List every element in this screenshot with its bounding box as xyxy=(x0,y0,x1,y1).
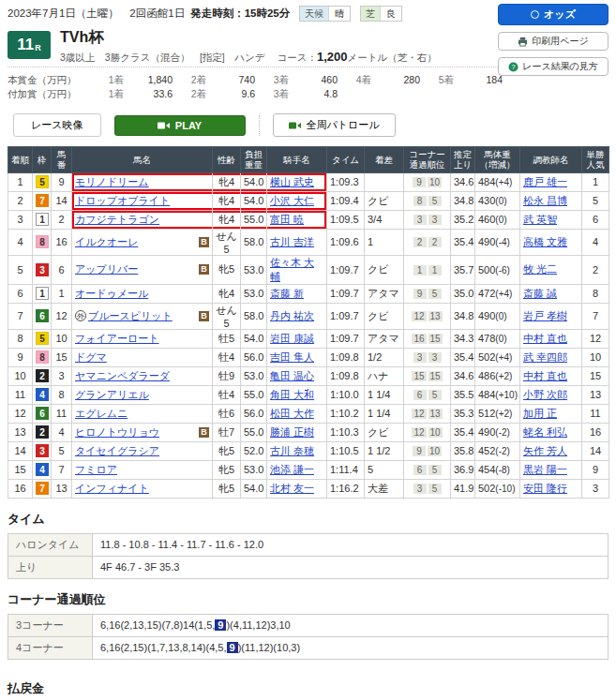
blinker-badge: B xyxy=(199,237,209,247)
horse-name-link[interactable]: モリノドリーム xyxy=(75,175,149,189)
odds-button[interactable]: オッズ xyxy=(498,4,608,25)
frame-badge: 2 xyxy=(36,425,49,439)
body-weight-diff: (+4) xyxy=(495,289,512,299)
jockey-link[interactable]: 勝浦 正樹 xyxy=(270,426,314,438)
start-time-label: 発走時刻： xyxy=(190,7,245,21)
cell-horse-number: 2 xyxy=(52,210,72,229)
guide-button-label: レース結果の見方 xyxy=(522,60,598,73)
print-page-button[interactable]: 印刷用ページ xyxy=(498,32,608,51)
corner-position: 15 xyxy=(428,334,443,344)
cell-corner-positions: 33 xyxy=(404,210,451,229)
horse-name-wrap: フォイアーロート xyxy=(75,332,209,346)
prize-amount: 280 xyxy=(371,73,420,87)
trainer-link[interactable]: 小野 次郎 xyxy=(523,389,567,400)
patrol-video-button[interactable]: 全周パトロール xyxy=(273,113,396,137)
cell-last-3f: 35.8 xyxy=(451,441,475,460)
table-row: 7612外ブルースピリットBせん558.0丹内 祐次1:09.7クビ121334… xyxy=(8,303,609,329)
cell-horse-name-highlighted: モリノドリーム xyxy=(72,172,213,191)
race-video-button[interactable]: レース映像 xyxy=(13,113,101,137)
cell-horse-number: 1 xyxy=(52,284,72,303)
jockey-link[interactable]: 小沢 大仁 xyxy=(270,195,314,206)
course-distance: 1,200 xyxy=(317,50,348,64)
horse-name-link[interactable]: フミロア xyxy=(75,463,117,477)
jockey-link[interactable]: 吉田 隼人 xyxy=(270,351,314,363)
jockey-link[interactable]: 亀田 温心 xyxy=(270,370,314,381)
cell-corner-positions: 1213 xyxy=(404,303,451,329)
jockey-link[interactable]: 北村 友一 xyxy=(270,483,314,494)
play-button[interactable]: PLAY xyxy=(114,115,246,136)
cell-time: 1:09.7 xyxy=(327,303,365,329)
jockey-link[interactable]: 池添 謙一 xyxy=(270,464,314,475)
horse-name-link[interactable]: インフィナイト xyxy=(75,482,149,496)
trainer-link[interactable]: 加用 正 xyxy=(523,408,557,419)
trainer-link[interactable]: 高橋 文雅 xyxy=(523,236,567,247)
jockey-link[interactable]: 松田 大作 xyxy=(270,408,314,419)
horse-name-link[interactable]: ドグマ xyxy=(75,350,107,365)
jockey-link[interactable]: 古川 吉洋 xyxy=(270,236,314,247)
cell-jockey: 丹内 祐次 xyxy=(267,303,327,329)
horse-name-link[interactable]: ブルースピリット xyxy=(88,309,173,323)
cell-body-weight: 512(+2) xyxy=(475,404,520,423)
jockey-link[interactable]: 古川 奈穂 xyxy=(270,445,314,456)
prize-amount: 9.6 xyxy=(206,87,255,101)
corner-position: 10 xyxy=(428,427,443,438)
cell-carried-weight-highlighted: 55.0 xyxy=(241,210,267,229)
jockey-link[interactable]: 岩田 康誠 xyxy=(270,333,314,344)
time-table: ハロンタイム11.8 - 10.8 - 11.4 - 11.7 - 11.6 -… xyxy=(8,533,608,579)
prize-rank: 2着 xyxy=(173,87,206,101)
results-guide-button[interactable]: ? レース結果の見方 xyxy=(498,57,608,76)
main-prize-item: 1着1,840 xyxy=(90,73,173,87)
trainer-link[interactable]: 蛯名 利弘 xyxy=(523,426,567,438)
trainer-link[interactable]: 中村 直也 xyxy=(523,370,567,381)
cell-margin: クビ xyxy=(365,191,404,210)
jockey-link[interactable]: 佐々木 大輔 xyxy=(270,257,314,282)
horse-name-link[interactable]: ヒロノトウリョウ xyxy=(75,425,159,439)
trainer-link[interactable]: 武 幸四郎 xyxy=(523,351,567,363)
cell-carried-weight: 58.0 xyxy=(241,229,267,255)
trainer-link[interactable]: 黒岩 陽一 xyxy=(523,464,567,475)
trainer-link[interactable]: 中村 直也 xyxy=(523,333,567,344)
horse-name-link[interactable]: グランアリエル xyxy=(75,388,149,402)
cell-trainer: 小野 次郎 xyxy=(520,385,582,404)
horse-name-link[interactable]: エグレムニ xyxy=(75,407,128,421)
cell-win-favorite: 6 xyxy=(582,210,609,229)
horse-name-link[interactable]: ドロップオブライト xyxy=(75,194,170,208)
horse-name-link[interactable]: イルクオーレ xyxy=(75,235,138,249)
jockey-link[interactable]: 丹内 祐次 xyxy=(270,310,314,321)
results-header-cell: 負担重量 xyxy=(241,147,267,173)
trainer-link[interactable]: 斎藤 誠 xyxy=(523,288,557,299)
horse-name-wrap: イルクオーレB xyxy=(75,235,209,249)
jockey-link[interactable]: 富田 暁 xyxy=(270,214,304,225)
cell-finish-order: 4 xyxy=(8,229,33,255)
horse-name-link[interactable]: フォイアーロート xyxy=(75,332,159,346)
trainer-link[interactable]: 松永 昌博 xyxy=(523,195,567,206)
weather-badge: 天候 晴 xyxy=(299,6,351,22)
cell-sex-age-highlighted: 牝4 xyxy=(213,172,241,191)
cell-win-favorite: 2 xyxy=(582,255,609,284)
cell-horse-name: フミロア xyxy=(72,460,213,479)
trainer-link[interactable]: 安田 隆行 xyxy=(523,483,567,494)
trainer-link[interactable]: 鹿戸 雄一 xyxy=(523,176,567,187)
trainer-link[interactable]: 矢作 芳人 xyxy=(523,445,567,456)
horse-name-link[interactable]: オードゥメール xyxy=(75,287,148,301)
corner-row-label: 4コーナー xyxy=(8,636,93,659)
trainer-link[interactable]: 岩戸 孝樹 xyxy=(523,310,567,321)
corner-position: 1 xyxy=(428,265,442,276)
horse-name-wrap: フミロア xyxy=(75,463,209,477)
horse-name-link[interactable]: ヤマニンペダラーダ xyxy=(75,369,170,383)
corner-row-value: 6,16(2,13,15)(7,8)14(1,5,9)(4,11,12)3,10 xyxy=(93,614,608,636)
corner-position: 5 xyxy=(428,196,442,206)
jockey-link[interactable]: 横山 武史 xyxy=(270,176,314,187)
jockey-link[interactable]: 斎藤 新 xyxy=(270,288,304,299)
cell-jockey: 斎藤 新 xyxy=(267,284,327,303)
trainer-link[interactable]: 牧 光二 xyxy=(523,263,557,275)
horse-name-link[interactable]: タイセイグラシア xyxy=(75,444,159,458)
prize-rank: 3着 xyxy=(255,73,289,87)
jockey-link[interactable]: 角田 大和 xyxy=(270,389,314,400)
horse-name-link[interactable]: アップリバー xyxy=(75,262,138,276)
time-section-heading: タイム xyxy=(8,511,608,528)
trainer-link[interactable]: 武 英智 xyxy=(523,214,557,225)
horse-name-link[interactable]: カフジテトラゴン xyxy=(75,213,159,227)
cell-last-3f: 36.9 xyxy=(451,460,475,479)
cell-frame: 5 xyxy=(33,172,52,191)
